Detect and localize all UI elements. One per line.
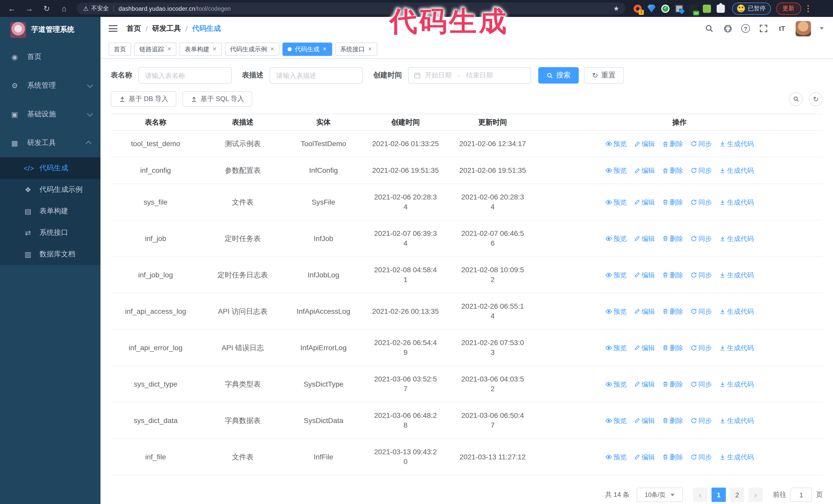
sync-link[interactable]: 同步 (690, 343, 712, 353)
generate-code-link[interactable]: 生成代码 (719, 197, 754, 207)
reload-icon[interactable]: ↻ (40, 2, 53, 15)
browser-menu-icon[interactable] (806, 4, 811, 13)
generate-code-link[interactable]: 生成代码 (719, 452, 754, 462)
font-size-icon[interactable] (777, 24, 787, 33)
tab-codegen[interactable]: 代码生成 (282, 43, 332, 56)
delete-link[interactable]: 删除 (662, 343, 683, 353)
preview-link[interactable]: 预览 (605, 139, 627, 149)
sidebar-item-system[interactable]: ⚙ 系统管理 (0, 71, 100, 100)
preview-link[interactable]: 预览 (605, 415, 627, 425)
edit-link[interactable]: 编辑 (634, 343, 655, 353)
avatar[interactable] (795, 21, 811, 36)
edit-link[interactable]: 编辑 (634, 166, 655, 175)
edit-link[interactable]: 编辑 (634, 234, 655, 243)
generate-code-link[interactable]: 生成代码 (719, 139, 754, 149)
sync-link[interactable]: 同步 (690, 166, 712, 175)
sidebar-item-home[interactable]: ◉ 首页 (0, 43, 100, 71)
sync-link[interactable]: 同步 (690, 379, 712, 389)
github-icon[interactable] (723, 24, 733, 33)
sync-link[interactable]: 同步 (690, 270, 712, 280)
breadcrumb-devtools[interactable]: 研发工具 (152, 24, 181, 33)
delete-link[interactable]: 删除 (662, 415, 683, 425)
sidebar-item-codegen[interactable]: </> 代码生成 (0, 158, 100, 179)
extension-grid-icon[interactable] (675, 4, 683, 13)
page-button-2[interactable]: 2 (730, 487, 744, 502)
extension-rss-icon[interactable] (634, 4, 642, 13)
tab-form-builder[interactable]: 表单构建 (180, 43, 222, 56)
tab-codegen-example[interactable]: 代码生成示例 (225, 43, 280, 56)
sidebar-item-infra[interactable]: ▣ 基础设施 (0, 100, 100, 129)
table-row[interactable]: inf_api_access_log API 访问日志表 InfApiAcces… (111, 293, 823, 330)
edit-link[interactable]: 编辑 (634, 306, 655, 316)
extension-check-icon[interactable] (661, 4, 669, 13)
generate-code-link[interactable]: 生成代码 (719, 306, 754, 316)
sidebar-item-devtools[interactable]: ▦ 研发工具 (0, 129, 100, 158)
table-row[interactable]: sys_file 文件表 SysFile 2021-02-06 20:28:3 … (111, 184, 823, 220)
table-name-input[interactable] (138, 67, 232, 83)
tab-system-api[interactable]: 系统接口 (335, 43, 377, 56)
address-bar[interactable]: ⚠ 不安全 dashboard.yudao.iocoder.cn /tool/c… (77, 3, 625, 14)
edit-link[interactable]: 编辑 (634, 139, 655, 149)
sidebar-item-codegen-example[interactable]: ❖ 代码生成示例 (0, 179, 100, 200)
back-icon[interactable]: ← (5, 2, 19, 15)
preview-link[interactable]: 预览 (605, 234, 627, 243)
extensions-puzzle-icon[interactable] (717, 4, 725, 13)
date-range-picker[interactable]: 开始日期 - 结束日期 (408, 67, 531, 83)
toggle-search-button[interactable] (789, 92, 803, 106)
forward-icon[interactable]: → (23, 2, 36, 15)
extension-on-icon[interactable] (689, 4, 697, 13)
delete-link[interactable]: 删除 (662, 306, 683, 316)
close-icon[interactable] (167, 47, 171, 52)
delete-link[interactable]: 删除 (662, 270, 683, 280)
sync-link[interactable]: 同步 (690, 234, 712, 243)
close-icon[interactable] (323, 47, 327, 52)
close-icon[interactable] (270, 47, 275, 52)
preview-link[interactable]: 预览 (605, 166, 627, 175)
preview-link[interactable]: 预览 (605, 197, 627, 207)
edit-link[interactable]: 编辑 (634, 379, 655, 389)
search-button[interactable]: 搜索 (538, 67, 579, 83)
gif-paused-badge[interactable]: 已暂停 (732, 2, 771, 15)
import-db-button[interactable]: 基于 DB 导入 (111, 91, 176, 106)
fullscreen-icon[interactable] (759, 24, 768, 33)
refresh-table-button[interactable]: ↻ (809, 92, 823, 106)
table-row[interactable]: tool_test_demo 测试示例表 ToolTestDemo 2021-0… (111, 131, 823, 158)
reset-button[interactable]: ↻ 重置 (584, 67, 624, 83)
preview-link[interactable]: 预览 (605, 452, 627, 462)
table-row[interactable]: inf_config 参数配置表 InfConfig 2021-02-06 19… (111, 158, 823, 184)
preview-link[interactable]: 预览 (605, 306, 627, 316)
home-icon[interactable]: ⌂ (57, 2, 71, 15)
sidebar-item-form-builder[interactable]: ▤ 表单构建 (0, 200, 100, 222)
sync-link[interactable]: 同步 (690, 452, 712, 462)
sync-link[interactable]: 同步 (690, 306, 712, 316)
delete-link[interactable]: 删除 (662, 452, 683, 462)
breadcrumb-home[interactable]: 首页 (127, 24, 141, 33)
sync-link[interactable]: 同步 (690, 415, 712, 425)
sync-link[interactable]: 同步 (690, 197, 712, 207)
preview-link[interactable]: 预览 (605, 343, 627, 353)
generate-code-link[interactable]: 生成代码 (719, 166, 754, 175)
edit-link[interactable]: 编辑 (634, 270, 655, 280)
delete-link[interactable]: 删除 (662, 379, 683, 389)
tab-tracing[interactable]: 链路追踪 (134, 43, 176, 56)
import-sql-button[interactable]: 基于 SQL 导入 (183, 91, 253, 106)
sidebar-item-db-doc[interactable]: ▥ 数据库文档 (0, 243, 100, 265)
edit-link[interactable]: 编辑 (634, 197, 655, 207)
sidebar-toggle-icon[interactable] (109, 25, 117, 32)
delete-link[interactable]: 删除 (662, 197, 683, 207)
table-desc-input[interactable] (270, 67, 363, 83)
search-icon[interactable] (704, 24, 714, 33)
edit-link[interactable]: 编辑 (634, 415, 655, 425)
sync-link[interactable]: 同步 (690, 139, 712, 149)
goto-page-input[interactable] (790, 487, 812, 502)
app-logo-row[interactable]: 芋道管理系统 (0, 17, 100, 43)
avatar-caret-icon[interactable] (820, 27, 824, 30)
table-row[interactable]: inf_job 定时任务表 InfJob 2021-02-07 06:39:3 … (111, 220, 823, 257)
table-row[interactable]: sys_dict_data 字典数据表 SysDictData 2021-03-… (111, 403, 823, 439)
delete-link[interactable]: 删除 (662, 234, 683, 243)
extension-bot-icon[interactable] (703, 4, 711, 13)
edit-link[interactable]: 编辑 (634, 452, 655, 462)
close-icon[interactable] (213, 47, 217, 52)
generate-code-link[interactable]: 生成代码 (719, 270, 754, 280)
delete-link[interactable]: 删除 (662, 139, 683, 149)
